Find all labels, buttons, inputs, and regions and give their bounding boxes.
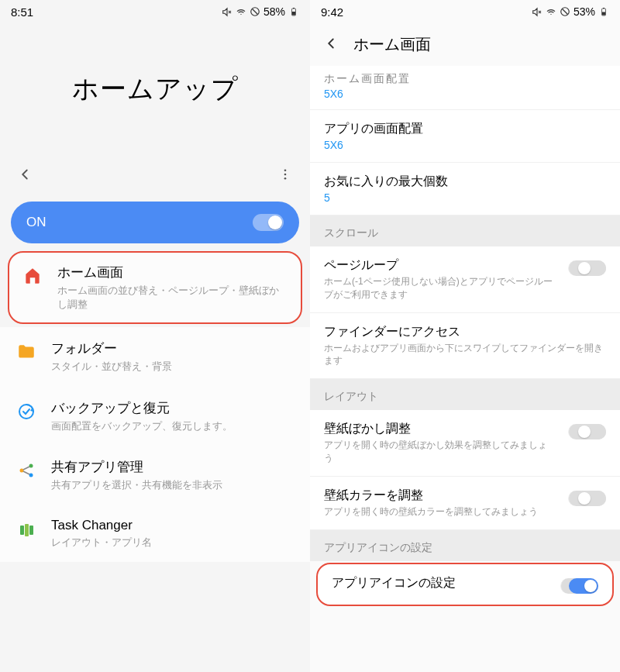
screen-homeup: 8:51 58% ホームアップ ON [0, 0, 310, 672]
svg-rect-11 [20, 526, 24, 535]
setting-text: 壁紙ぼかし調整 アプリを開く時の壁紙ぼかし効果を調整してみましょう [324, 421, 556, 465]
mute-icon [532, 6, 542, 17]
setting-text: 壁紙カラーを調整 アプリを開く時の壁紙カラーを調整してみましょう [324, 488, 556, 519]
svg-rect-13 [29, 526, 33, 535]
svg-rect-3 [293, 8, 294, 9]
wifi-icon [546, 6, 556, 17]
toggle-switch[interactable] [568, 260, 606, 276]
folder-icon [16, 341, 37, 363]
svg-rect-12 [25, 524, 29, 536]
setting-desc: ホームおよびアプリ画面から下にスワイプしてファインダーを開きます [324, 342, 606, 368]
item-text: フォルダー スタイル・並び替え・背景 [51, 339, 294, 374]
status-right: 58% [222, 5, 299, 18]
setting-home-grid-partial[interactable]: ホーム画面配置 5X6 [310, 66, 620, 110]
toggle-label: ON [26, 215, 46, 230]
screen-home-settings: 9:42 53% ホーム画面 ホーム画面配置 5X6 アプリの画面配置 [310, 0, 620, 672]
svg-point-4 [284, 169, 287, 171]
setting-blur[interactable]: 壁紙ぼかし調整 アプリを開く時の壁紙ぼかし効果を調整してみましょう [310, 410, 620, 477]
toolbar [0, 155, 310, 194]
setting-title: アプリの画面配置 [324, 121, 606, 137]
setting-title: ファインダーにアクセス [324, 324, 606, 340]
svg-point-9 [29, 464, 33, 468]
share-icon [16, 460, 37, 481]
menu-share[interactable]: 共有アプリ管理 共有アプリを選択・共有機能を非表示 [0, 446, 310, 505]
section-scroll: スクロール [310, 215, 620, 246]
home-icon [22, 265, 43, 287]
svg-point-5 [284, 174, 287, 176]
setting-title: お気に入りの最大個数 [324, 174, 606, 190]
setting-desc: ホーム(-1ページ使用しない場合)とアプリでページループがご利用できます [324, 275, 556, 302]
battery-percent: 58% [264, 5, 285, 18]
setting-value: 5 [324, 191, 606, 204]
status-bar: 9:42 53% [310, 0, 620, 23]
task-changer-icon [16, 519, 37, 541]
svg-rect-2 [292, 12, 295, 16]
item-title: 共有アプリ管理 [51, 458, 294, 476]
item-subtitle: スタイル・並び替え・背景 [51, 360, 294, 374]
item-text: バックアップと復元 画面配置をバックアップ、復元します。 [51, 399, 294, 434]
page-title: ホーム画面 [353, 34, 431, 55]
item-subtitle: 共有アプリを選択・共有機能を非表示 [51, 479, 294, 493]
status-time: 8:51 [11, 5, 33, 19]
menu-backup[interactable]: バックアップと復元 画面配置をバックアップ、復元します。 [0, 387, 310, 446]
setting-app-icon[interactable]: アプリアイコンの設定 [316, 563, 614, 606]
battery-icon [598, 6, 609, 17]
no-data-icon [560, 6, 570, 17]
item-title: Task Changer [51, 518, 294, 533]
item-text: Task Changer レイアウト・アプリ名 [51, 518, 294, 550]
setting-title: ページループ [324, 257, 556, 274]
setting-title: 壁紙ぼかし調整 [324, 421, 556, 437]
setting-value: 5X6 [324, 88, 606, 100]
menu-home-screen[interactable]: ホーム画面 ホーム画面の並び替え・ページループ・壁紙ぼかし調整 [8, 251, 302, 324]
setting-title: 壁紙カラーを調整 [324, 488, 556, 504]
setting-text: ページループ ホーム(-1ページ使用しない場合)とアプリでページループがご利用で… [324, 257, 556, 302]
toggle-switch[interactable] [560, 578, 598, 594]
setting-desc: アプリを開く時の壁紙カラーを調整してみましょう [324, 505, 556, 519]
item-title: ホーム画面 [57, 264, 288, 281]
item-subtitle: 画面配置をバックアップ、復元します。 [51, 420, 294, 434]
back-button[interactable] [16, 165, 34, 184]
setting-favorites-max[interactable]: お気に入りの最大個数 5 [310, 163, 620, 215]
battery-icon [288, 6, 299, 17]
wifi-icon [236, 6, 246, 17]
header-area: ホームアップ [0, 23, 310, 155]
status-bar: 8:51 58% [0, 0, 310, 23]
setting-title: アプリアイコンの設定 [332, 575, 548, 591]
svg-point-6 [284, 177, 287, 180]
page-header: ホーム画面 [310, 23, 620, 66]
item-subtitle: ホーム画面の並び替え・ページループ・壁紙ぼかし調整 [57, 284, 288, 312]
setting-page-loop[interactable]: ページループ ホーム(-1ページ使用しない場合)とアプリでページループがご利用で… [310, 246, 620, 313]
setting-wallpaper-color[interactable]: 壁紙カラーを調整 アプリを開く時の壁紙カラーを調整してみましょう [310, 477, 620, 530]
battery-percent: 53% [574, 5, 595, 18]
more-button[interactable] [276, 165, 294, 184]
toggle-switch-icon [253, 214, 284, 231]
no-data-icon [250, 6, 260, 17]
svg-rect-17 [603, 8, 604, 9]
setting-finder-access[interactable]: ファインダーにアクセス ホームおよびアプリ画面から下にスワイプしてファインダーを… [310, 313, 620, 380]
app-title: ホームアップ [72, 71, 239, 107]
status-right: 53% [532, 5, 609, 18]
menu-task-changer[interactable]: Task Changer レイアウト・アプリ名 [0, 505, 310, 563]
svg-point-8 [20, 469, 24, 473]
item-text: 共有アプリ管理 共有アプリを選択・共有機能を非表示 [51, 458, 294, 493]
svg-rect-16 [602, 12, 605, 16]
toggle-switch[interactable] [568, 491, 606, 506]
item-title: フォルダー [51, 339, 294, 357]
backup-icon [16, 401, 37, 422]
toggle-switch[interactable] [568, 424, 606, 439]
setting-title: ホーム画面配置 [324, 72, 606, 86]
mute-icon [222, 6, 232, 17]
setting-app-grid[interactable]: アプリの画面配置 5X6 [310, 110, 620, 163]
setting-text: ファインダーにアクセス ホームおよびアプリ画面から下にスワイプしてファインダーを… [324, 324, 606, 368]
menu-folder[interactable]: フォルダー スタイル・並び替え・背景 [0, 327, 310, 387]
setting-value: 5X6 [324, 139, 606, 151]
back-button[interactable] [322, 35, 339, 55]
section-layout: レイアウト [310, 379, 620, 410]
master-toggle[interactable]: ON [11, 202, 299, 243]
section-app-icon: アプリアイコンの設定 [310, 530, 620, 561]
item-subtitle: レイアウト・アプリ名 [51, 536, 294, 550]
svg-point-10 [29, 474, 33, 477]
status-time: 9:42 [321, 5, 343, 19]
item-text: ホーム画面 ホーム画面の並び替え・ページループ・壁紙ぼかし調整 [57, 264, 288, 312]
item-title: バックアップと復元 [51, 399, 294, 417]
